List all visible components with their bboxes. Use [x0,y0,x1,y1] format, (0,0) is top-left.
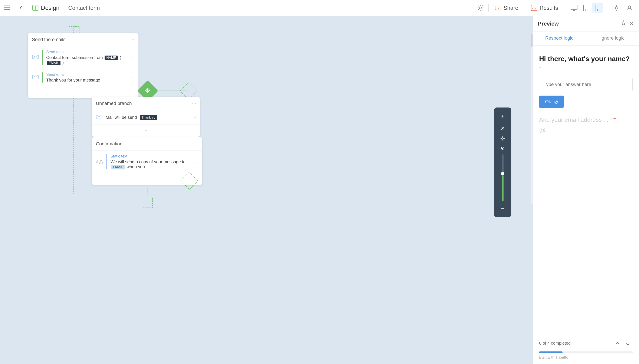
branch-item-text: Mail will be send [106,115,137,120]
mobile-icon[interactable] [592,2,603,13]
send-emails-header: Send the emails ··· [28,33,139,46]
send-icon-1 [32,54,39,62]
move-up-button[interactable] [496,124,509,133]
share-label: Share [503,5,518,11]
breadcrumb: Contact form [64,5,104,11]
next-question-button[interactable] [623,340,632,349]
svg-point-26 [502,138,503,139]
email-tag: EMAIL [47,61,61,65]
branch-card: Unnamed branch ··· Mail will be send Tha… [92,97,200,137]
email-item-1-menu[interactable]: ··· [131,55,134,60]
thank-tag: Thank yo [140,115,157,120]
send-emails-menu[interactable]: ··· [130,37,134,42]
confirm-item-menu[interactable]: ··· [195,160,198,164]
progress-bar-track [539,352,632,353]
confirm-item-content: Static text We will send a copy of your … [111,154,191,170]
prev-question-button[interactable] [613,340,622,349]
preview-answer-input[interactable] [539,78,632,91]
send-emails-title: Send the emails [32,37,66,42]
svg-rect-0 [4,6,10,6]
branch-item-menu[interactable]: ··· [192,115,196,120]
profile-icon[interactable] [624,2,635,13]
preview-next-question: And your email address ...? * [539,116,632,123]
zoom-slider[interactable] [502,154,503,201]
item-border-1 [42,50,43,65]
settings-button[interactable] [472,4,488,12]
confirm-item-1[interactable]: AA Static text We will send a copy of yo… [92,151,202,173]
email-item-1-content: Send email Contact form submission from … [46,50,127,65]
preview-ok-button[interactable]: Ok [539,96,564,108]
branch-header: Unnamed branch ··· [92,97,200,110]
zoom-slider-fill [502,176,503,201]
zoom-slider-thumb [501,172,504,176]
email-item-1[interactable]: Send email Contact form submission from … [28,46,139,69]
zoom-controls: + [494,108,511,217]
share-button[interactable]: Share [489,5,525,11]
confirm-item-text: We will send a copy of your message to E… [111,160,191,170]
svg-rect-2 [4,9,10,10]
confirm-menu[interactable]: ··· [194,141,198,147]
preview-footer: 0 of 4 completed Bui [533,335,639,364]
svg-point-12 [615,6,618,9]
results-button[interactable]: Results [525,5,564,11]
branch-add-button[interactable]: + [92,125,200,137]
svg-rect-7 [571,5,577,9]
preview-close-icon[interactable]: ✕ [629,20,634,27]
tab-ignore-logic[interactable]: Ignore logic [586,32,639,45]
nav-right-icons [607,2,639,13]
nav-settings-icon[interactable] [611,2,622,13]
desktop-icon[interactable] [569,2,579,13]
preview-pin-icon[interactable] [621,20,626,27]
canvas[interactable]: Send the emails ··· Send email Contact f… [0,16,532,364]
diamond-icon [145,87,151,94]
confirm-item-label: Static text [111,154,191,158]
main-layout: Send the emails ··· Send email Contact f… [0,16,639,364]
hamburger-menu[interactable] [0,6,14,10]
svg-point-11 [597,10,598,10]
progress-label: 0 of 4 completed [539,341,571,346]
zoom-out-button[interactable]: − [496,203,509,214]
svg-rect-8 [583,5,588,11]
tablet-icon[interactable] [580,2,591,13]
email-item-2-label: Send email [46,72,127,77]
email-item-2-content: Send email Thank you for your message [46,72,127,82]
item-border-2 [42,72,43,82]
preview-header-actions: ✕ [621,20,634,27]
send-icon-2 [32,74,39,82]
preview-header: Preview ✕ [533,16,639,32]
preview-email-at-icon: @ [539,127,632,134]
svg-point-9 [585,10,586,10]
device-selector [564,2,607,13]
back-button[interactable] [14,6,28,10]
svg-point-13 [628,6,631,8]
panel-scrollbar[interactable] [531,34,532,204]
move-down-button[interactable] [496,144,509,152]
branch-title: Unnamed branch [96,101,132,106]
progress-bar-fill [539,352,562,353]
confirm-email-tag: EMAIL [111,165,125,170]
branch-send-icon [96,114,102,121]
tab-respect-logic[interactable]: Respect logic [533,32,586,45]
branch-item-1[interactable]: Mail will be send Thank yo ··· [92,110,200,125]
top-navigation: Design Contact form Share Results [0,0,639,16]
email-item-1-text: Contact form submission from NAME ( EMAI… [46,55,127,65]
send-emails-add-button[interactable]: + [28,86,139,98]
design-label: Design [41,4,60,11]
preview-content: Hi there, what's your name? * Ok And you… [533,46,639,335]
zoom-in-button[interactable]: + [496,111,509,121]
results-label: Results [539,5,558,11]
email-item-2-menu[interactable]: ··· [131,75,134,80]
bottom-dashed-box [142,197,153,208]
preview-required-marker: * [539,65,632,71]
email-item-2-text: Thank you for your message [46,78,127,82]
name-tag: NAME [105,56,118,60]
branch-menu[interactable]: ··· [192,101,196,106]
center-button[interactable] [496,134,509,142]
svg-rect-10 [596,5,599,11]
svg-point-4 [479,7,481,9]
send-emails-card: Send the emails ··· Send email Contact f… [28,33,139,98]
design-tab[interactable]: Design [28,4,64,11]
confirm-title: Confirmation [96,141,123,147]
email-item-2[interactable]: Send email Thank you for your message ··… [28,69,139,86]
preview-question: Hi there, what's your name? [539,54,632,64]
